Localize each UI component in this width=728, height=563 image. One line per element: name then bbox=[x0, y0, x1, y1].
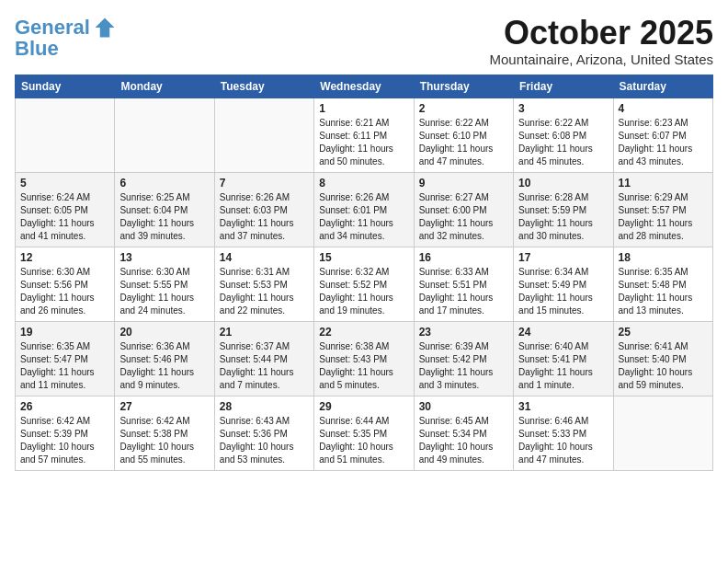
day-number: 18 bbox=[619, 251, 708, 264]
day-number: 14 bbox=[220, 251, 309, 264]
calendar-day: 30Sunrise: 6:45 AM Sunset: 5:34 PM Dayli… bbox=[414, 396, 513, 470]
day-number: 19 bbox=[20, 326, 109, 339]
day-number: 17 bbox=[518, 251, 608, 264]
day-info: Sunrise: 6:35 AM Sunset: 5:47 PM Dayligh… bbox=[20, 340, 109, 392]
day-number: 3 bbox=[518, 102, 608, 115]
day-info: Sunrise: 6:23 AM Sunset: 6:07 PM Dayligh… bbox=[619, 117, 708, 168]
calendar-day: 13Sunrise: 6:30 AM Sunset: 5:55 PM Dayli… bbox=[115, 247, 214, 321]
day-info: Sunrise: 6:26 AM Sunset: 6:03 PM Dayligh… bbox=[220, 191, 309, 243]
day-info: Sunrise: 6:21 AM Sunset: 6:11 PM Dayligh… bbox=[319, 117, 408, 168]
day-number: 7 bbox=[220, 177, 309, 190]
day-info: Sunrise: 6:32 AM Sunset: 5:52 PM Dayligh… bbox=[319, 266, 408, 317]
day-info: Sunrise: 6:35 AM Sunset: 5:48 PM Dayligh… bbox=[619, 266, 708, 317]
calendar-day: 6Sunrise: 6:25 AM Sunset: 6:04 PM Daylig… bbox=[115, 172, 214, 247]
day-info: Sunrise: 6:36 AM Sunset: 5:46 PM Dayligh… bbox=[119, 340, 209, 392]
day-number: 27 bbox=[119, 400, 209, 413]
day-info: Sunrise: 6:39 AM Sunset: 5:42 PM Dayligh… bbox=[419, 340, 508, 392]
calendar-day: 2Sunrise: 6:22 AM Sunset: 6:10 PM Daylig… bbox=[414, 98, 513, 172]
weekday-header: Thursday bbox=[414, 75, 513, 98]
calendar-container: General Blue October 2025 Mountainaire, … bbox=[0, 0, 728, 480]
calendar-day: 26Sunrise: 6:42 AM Sunset: 5:39 PM Dayli… bbox=[16, 396, 115, 470]
weekday-header: Tuesday bbox=[214, 75, 313, 98]
weekday-header: Monday bbox=[115, 75, 214, 98]
calendar-week-row: 26Sunrise: 6:42 AM Sunset: 5:39 PM Dayli… bbox=[16, 396, 713, 470]
day-info: Sunrise: 6:30 AM Sunset: 5:56 PM Dayligh… bbox=[20, 266, 109, 317]
weekday-header: Wednesday bbox=[314, 75, 414, 98]
day-info: Sunrise: 6:28 AM Sunset: 5:59 PM Dayligh… bbox=[518, 191, 608, 243]
calendar-day: 20Sunrise: 6:36 AM Sunset: 5:46 PM Dayli… bbox=[115, 321, 214, 396]
calendar-day: 31Sunrise: 6:46 AM Sunset: 5:33 PM Dayli… bbox=[514, 396, 613, 470]
logo-text: General bbox=[15, 17, 90, 39]
day-number: 29 bbox=[319, 400, 408, 413]
day-number: 4 bbox=[619, 102, 708, 115]
calendar-day: 9Sunrise: 6:27 AM Sunset: 6:00 PM Daylig… bbox=[414, 172, 513, 247]
day-number: 22 bbox=[319, 326, 408, 339]
calendar-day: 28Sunrise: 6:43 AM Sunset: 5:36 PM Dayli… bbox=[214, 396, 313, 470]
day-number: 13 bbox=[119, 251, 209, 264]
day-info: Sunrise: 6:46 AM Sunset: 5:33 PM Dayligh… bbox=[518, 415, 608, 466]
calendar-day: 18Sunrise: 6:35 AM Sunset: 5:48 PM Dayli… bbox=[613, 247, 712, 321]
day-info: Sunrise: 6:25 AM Sunset: 6:04 PM Dayligh… bbox=[119, 191, 209, 243]
calendar-day: 8Sunrise: 6:26 AM Sunset: 6:01 PM Daylig… bbox=[314, 172, 414, 247]
day-info: Sunrise: 6:24 AM Sunset: 6:05 PM Dayligh… bbox=[20, 191, 109, 243]
day-number: 10 bbox=[518, 177, 608, 190]
calendar-day: 7Sunrise: 6:26 AM Sunset: 6:03 PM Daylig… bbox=[214, 172, 313, 247]
day-number: 24 bbox=[518, 326, 608, 339]
calendar-day: 12Sunrise: 6:30 AM Sunset: 5:56 PM Dayli… bbox=[16, 247, 115, 321]
day-number: 30 bbox=[419, 400, 508, 413]
weekday-header: Saturday bbox=[613, 75, 712, 98]
calendar-day: 23Sunrise: 6:39 AM Sunset: 5:42 PM Dayli… bbox=[414, 321, 513, 396]
calendar-day: 27Sunrise: 6:42 AM Sunset: 5:38 PM Dayli… bbox=[115, 396, 214, 470]
calendar-day: 5Sunrise: 6:24 AM Sunset: 6:05 PM Daylig… bbox=[16, 172, 115, 247]
day-info: Sunrise: 6:38 AM Sunset: 5:43 PM Dayligh… bbox=[319, 340, 408, 392]
day-info: Sunrise: 6:34 AM Sunset: 5:49 PM Dayligh… bbox=[518, 266, 608, 317]
calendar-week-row: 5Sunrise: 6:24 AM Sunset: 6:05 PM Daylig… bbox=[16, 172, 713, 247]
day-info: Sunrise: 6:33 AM Sunset: 5:51 PM Dayligh… bbox=[419, 266, 508, 317]
day-info: Sunrise: 6:26 AM Sunset: 6:01 PM Dayligh… bbox=[319, 191, 408, 243]
calendar-table: SundayMondayTuesdayWednesdayThursdayFrid… bbox=[15, 75, 713, 471]
day-info: Sunrise: 6:37 AM Sunset: 5:44 PM Dayligh… bbox=[220, 340, 309, 392]
calendar-day: 16Sunrise: 6:33 AM Sunset: 5:51 PM Dayli… bbox=[414, 247, 513, 321]
calendar-empty bbox=[115, 98, 214, 172]
day-info: Sunrise: 6:29 AM Sunset: 5:57 PM Dayligh… bbox=[619, 191, 708, 243]
day-info: Sunrise: 6:22 AM Sunset: 6:08 PM Dayligh… bbox=[518, 117, 608, 168]
day-number: 8 bbox=[319, 177, 408, 190]
calendar-empty bbox=[613, 396, 712, 470]
day-number: 28 bbox=[220, 400, 309, 413]
day-number: 9 bbox=[419, 177, 508, 190]
day-number: 31 bbox=[518, 400, 608, 413]
day-info: Sunrise: 6:43 AM Sunset: 5:36 PM Dayligh… bbox=[220, 415, 309, 466]
day-number: 20 bbox=[119, 326, 209, 339]
weekday-header-row: SundayMondayTuesdayWednesdayThursdayFrid… bbox=[16, 75, 713, 98]
day-number: 5 bbox=[20, 177, 109, 190]
day-number: 21 bbox=[220, 326, 309, 339]
calendar-day: 22Sunrise: 6:38 AM Sunset: 5:43 PM Dayli… bbox=[314, 321, 414, 396]
day-info: Sunrise: 6:42 AM Sunset: 5:38 PM Dayligh… bbox=[119, 415, 209, 466]
logo: General Blue bbox=[15, 15, 118, 61]
day-number: 1 bbox=[319, 102, 408, 115]
calendar-week-row: 19Sunrise: 6:35 AM Sunset: 5:47 PM Dayli… bbox=[16, 321, 713, 396]
day-number: 16 bbox=[419, 251, 508, 264]
day-info: Sunrise: 6:27 AM Sunset: 6:00 PM Dayligh… bbox=[419, 191, 508, 243]
day-info: Sunrise: 6:31 AM Sunset: 5:53 PM Dayligh… bbox=[220, 266, 309, 317]
day-number: 6 bbox=[119, 177, 209, 190]
day-info: Sunrise: 6:44 AM Sunset: 5:35 PM Dayligh… bbox=[319, 415, 408, 466]
day-info: Sunrise: 6:22 AM Sunset: 6:10 PM Dayligh… bbox=[419, 117, 508, 168]
calendar-empty bbox=[214, 98, 313, 172]
calendar-day: 29Sunrise: 6:44 AM Sunset: 5:35 PM Dayli… bbox=[314, 396, 414, 470]
day-number: 23 bbox=[419, 326, 508, 339]
calendar-day: 17Sunrise: 6:34 AM Sunset: 5:49 PM Dayli… bbox=[514, 247, 613, 321]
day-number: 26 bbox=[20, 400, 109, 413]
page-header: General Blue October 2025 Mountainaire, … bbox=[15, 15, 713, 67]
day-number: 12 bbox=[20, 251, 109, 264]
day-number: 11 bbox=[619, 177, 708, 190]
calendar-day: 11Sunrise: 6:29 AM Sunset: 5:57 PM Dayli… bbox=[613, 172, 712, 247]
day-number: 15 bbox=[319, 251, 408, 264]
day-number: 25 bbox=[619, 326, 708, 339]
weekday-header: Friday bbox=[514, 75, 613, 98]
calendar-day: 14Sunrise: 6:31 AM Sunset: 5:53 PM Dayli… bbox=[214, 247, 313, 321]
logo-icon bbox=[92, 15, 118, 40]
svg-marker-0 bbox=[95, 18, 114, 38]
weekday-header: Sunday bbox=[16, 75, 115, 98]
calendar-day: 24Sunrise: 6:40 AM Sunset: 5:41 PM Dayli… bbox=[514, 321, 613, 396]
